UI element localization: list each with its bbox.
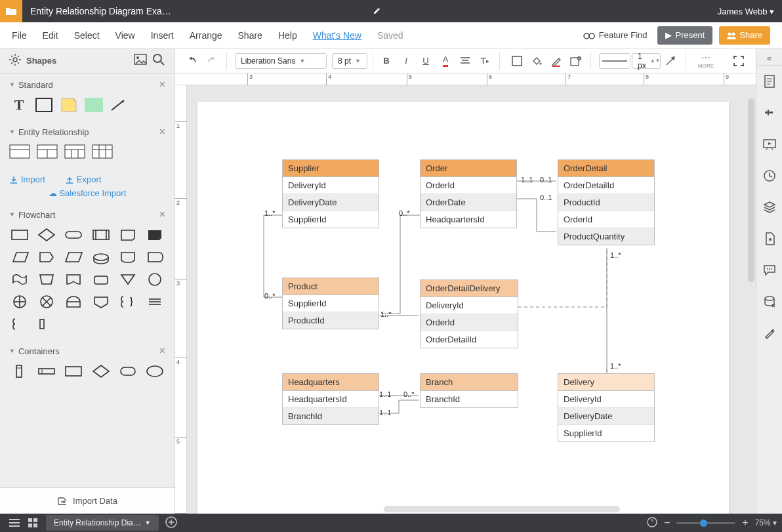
flowchart-shape[interactable] <box>64 249 84 265</box>
entity-field[interactable]: DeliveryDate <box>283 194 379 211</box>
flowchart-shape[interactable] <box>9 316 30 332</box>
history-icon[interactable] <box>756 160 782 192</box>
align-button[interactable] <box>456 52 474 70</box>
entity-field[interactable]: HeadquartersId <box>283 391 379 408</box>
container-shape[interactable] <box>64 363 84 379</box>
underline-button[interactable]: U <box>417 52 435 70</box>
horizontal-scrollbar[interactable] <box>384 506 620 512</box>
flowchart-shape[interactable] <box>64 294 84 310</box>
menu-edit[interactable]: Edit <box>43 30 58 41</box>
text-shape[interactable]: T <box>9 97 29 113</box>
entity-field[interactable]: DeliveryId <box>558 391 654 408</box>
zoom-in-button[interactable]: + <box>742 517 748 529</box>
font-select[interactable]: Liberation Sans▼ <box>235 53 327 69</box>
close-icon[interactable]: × <box>159 345 165 357</box>
text-options-button[interactable]: T▸ <box>476 52 494 70</box>
entity-header[interactable]: Delivery <box>558 374 654 391</box>
container-shape[interactable] <box>9 363 30 379</box>
flowchart-shape[interactable] <box>117 227 138 243</box>
entity-field[interactable]: OrderId <box>558 211 654 228</box>
more-button[interactable]: ⋯MORE <box>694 52 718 70</box>
menu-select[interactable]: Select <box>74 30 100 41</box>
flowchart-shape[interactable] <box>36 227 56 243</box>
line-style-select[interactable] <box>599 53 630 69</box>
entity-header[interactable]: Supplier <box>283 160 379 177</box>
add-page-button[interactable] <box>165 516 177 530</box>
border-color-button[interactable] <box>547 52 566 70</box>
entity-header[interactable]: Branch <box>421 374 518 391</box>
shape-options-button[interactable] <box>567 52 585 70</box>
search-icon[interactable] <box>152 53 165 68</box>
flowchart-shape[interactable] <box>145 227 165 243</box>
outline-view-icon[interactable] <box>5 514 24 532</box>
hotspot-shape[interactable] <box>84 97 104 113</box>
line-options-button[interactable] <box>662 52 680 70</box>
fullscreen-button[interactable] <box>730 52 748 70</box>
er-export-link[interactable]: Export <box>65 174 102 184</box>
redo-button[interactable] <box>203 52 221 70</box>
menu-file[interactable]: File <box>12 30 27 41</box>
zoom-out-button[interactable]: − <box>664 517 670 529</box>
entity-field[interactable]: DeliveryDate <box>558 408 654 425</box>
present-button[interactable]: ▶ Present <box>657 26 712 45</box>
gear-icon[interactable] <box>9 54 21 68</box>
flowchart-shape[interactable] <box>145 272 165 287</box>
entity-header[interactable]: Order <box>421 160 516 177</box>
flowchart-shape[interactable] <box>91 272 111 287</box>
flowchart-shape[interactable] <box>9 294 30 310</box>
salesforce-import-link[interactable]: ☁ Salesforce Import <box>0 187 175 203</box>
menu-arrange[interactable]: Arrange <box>190 30 222 41</box>
flowchart-shape[interactable] <box>9 227 30 243</box>
line-width-select[interactable]: 1 px▲▼ <box>632 53 661 69</box>
bold-button[interactable]: B <box>377 52 396 70</box>
entity-field[interactable]: SupplierId <box>283 211 379 228</box>
flowchart-shape[interactable] <box>117 249 138 265</box>
entity-orderdetaildelivery[interactable]: OrderDetailDeliveryDeliveryIdOrderIdOrde… <box>420 279 518 348</box>
close-icon[interactable]: × <box>159 126 165 138</box>
er-shape-1[interactable] <box>9 144 30 159</box>
entity-field[interactable]: OrderId <box>421 314 518 331</box>
line-shape[interactable] <box>109 97 129 113</box>
chat-icon[interactable] <box>756 255 782 286</box>
flowchart-shape[interactable] <box>64 227 84 243</box>
entity-field[interactable]: SupplierId <box>558 425 654 441</box>
section-er[interactable]: ▼Entity Relationship× <box>0 121 175 143</box>
comments-icon[interactable] <box>756 97 782 129</box>
flowchart-shape[interactable] <box>117 272 138 287</box>
autozoom-icon[interactable] <box>647 517 657 529</box>
entity-orderdetail[interactable]: OrderDetailOrderDetailIdProductIdOrderId… <box>558 159 655 245</box>
flowchart-shape[interactable] <box>145 249 165 265</box>
flowchart-shape[interactable] <box>145 294 165 310</box>
section-flowchart[interactable]: ▼Flowchart× <box>0 203 175 226</box>
entity-field[interactable]: OrderDetailId <box>558 177 654 194</box>
vertical-scrollbar[interactable] <box>748 98 754 282</box>
entity-headquarters[interactable]: HeadquartersHeadquartersIdBranchId <box>282 373 379 425</box>
entity-field[interactable]: OrderId <box>421 177 516 194</box>
note-shape[interactable] <box>59 97 79 113</box>
undo-button[interactable] <box>183 52 201 70</box>
entity-field[interactable]: OrderDetailId <box>421 331 518 348</box>
grid-view-icon[interactable] <box>24 514 42 532</box>
close-icon[interactable]: × <box>159 79 165 91</box>
italic-button[interactable]: I <box>397 52 415 70</box>
entity-header[interactable]: Product <box>283 278 379 295</box>
flowchart-shape[interactable] <box>91 227 111 243</box>
entity-order[interactable]: OrderOrderIdOrderDateHeadquartersId <box>420 159 517 228</box>
er-shape-3[interactable] <box>64 144 85 159</box>
menu-help[interactable]: Help <box>278 30 297 41</box>
entity-header[interactable]: OrderDetailDelivery <box>421 280 518 297</box>
flowchart-shape[interactable] <box>64 272 84 287</box>
canvas[interactable]: SupplierDeliveryIdDeliveryDateSupplierId… <box>187 85 756 514</box>
layers-icon[interactable] <box>756 192 782 223</box>
entity-field[interactable]: OrderDate <box>421 194 516 211</box>
edit-title-icon[interactable] <box>373 6 382 17</box>
menu-share[interactable]: Share <box>238 30 262 41</box>
flowchart-shape[interactable] <box>36 316 56 332</box>
flowchart-shape[interactable] <box>91 294 111 310</box>
block-shape[interactable] <box>34 97 54 113</box>
master-pages-icon[interactable] <box>756 223 782 255</box>
notes-icon[interactable] <box>756 66 782 97</box>
entity-header[interactable]: Headquarters <box>283 374 379 391</box>
er-shape-2[interactable] <box>37 144 58 159</box>
entity-field[interactable]: DeliveryId <box>283 177 379 194</box>
